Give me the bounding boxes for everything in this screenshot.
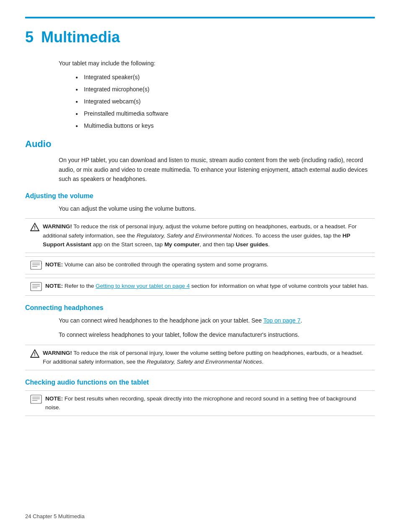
- warning-hp-italic: Regulatory, Safety and Environmental Not…: [147, 359, 262, 365]
- list-item: Integrated speaker(s): [75, 73, 375, 82]
- warning-triangle-icon: !: [30, 222, 39, 232]
- note-icon-2: [30, 282, 42, 292]
- list-item: Integrated webcam(s): [75, 97, 375, 106]
- warning-bold-2: My computer: [164, 241, 200, 248]
- footer-page-number: 24: [25, 513, 31, 519]
- svg-text:!: !: [34, 225, 36, 231]
- warning-text-2: . To access the user guides, tap the: [252, 232, 343, 239]
- connecting-headphones-title: Connecting headphones: [25, 304, 375, 312]
- note-text-2b: section for information on what type of …: [190, 283, 368, 289]
- warning-content-volume: WARNING! To reduce the risk of personal …: [43, 222, 370, 249]
- connecting-headphones-body1: You can connect wired headphones to the …: [59, 316, 375, 325]
- warning-text-3: app on the Start screen, tap: [91, 241, 164, 248]
- ch-text-1: You can connect wired headphones to the …: [59, 317, 263, 324]
- svg-text:✏: ✏: [41, 261, 42, 266]
- note-box-2: NOTE: Refer to the Getting to know your …: [25, 278, 375, 296]
- note-label-3: NOTE:: [45, 395, 63, 402]
- warning-text-5: .: [268, 241, 270, 248]
- warning-box-headphones: ! WARNING! To reduce the risk of persona…: [25, 345, 375, 370]
- svg-rect-2: [31, 261, 42, 269]
- note-box-3: NOTE: For best results when recording, s…: [25, 390, 375, 416]
- ch-link-1[interactable]: Top on page 7: [263, 317, 301, 324]
- note-content-1: NOTE: Volume can also be controlled thro…: [45, 260, 268, 269]
- chapter-title: 5Multimedia: [25, 28, 375, 46]
- chapter-number: 5: [25, 28, 34, 46]
- chapter-title-text: Multimedia: [41, 28, 120, 46]
- audio-section-title: Audio: [25, 139, 375, 150]
- note-content-2: NOTE: Refer to the Getting to know your …: [45, 281, 369, 291]
- note-text-2a: Refer to the: [65, 283, 96, 289]
- ch-text-2: .: [301, 317, 302, 324]
- intro-text: Your tablet may include the following:: [59, 59, 375, 68]
- connecting-headphones-body2: To connect wireless headphones to your t…: [59, 330, 375, 339]
- svg-text:!: !: [34, 351, 36, 357]
- note-link-1[interactable]: Getting to know your tablet on page 4: [96, 283, 190, 289]
- note-icon-1: ✏: [30, 261, 42, 271]
- note-text-1-body: Volume can also be controlled through th…: [65, 261, 268, 268]
- note-label-1: NOTE:: [45, 261, 63, 268]
- adjusting-volume-body: You can adjust the volume using the volu…: [59, 204, 375, 213]
- warning-triangle-icon-2: !: [30, 349, 39, 358]
- svg-rect-13: [31, 395, 42, 403]
- note-text-3-body: For best results when recording, speak d…: [45, 395, 356, 411]
- note-icon-3: [30, 395, 42, 405]
- warning-label-2: WARNING!: [43, 350, 72, 356]
- warning-hp-text-2: .: [262, 359, 264, 365]
- footer-chapter-ref: Chapter 5 Multimedia: [33, 513, 85, 519]
- note-content-3: NOTE: For best results when recording, s…: [45, 394, 370, 412]
- list-item: Multimedia buttons or keys: [75, 121, 375, 130]
- warning-box-volume: ! WARNING! To reduce the risk of persona…: [25, 218, 375, 253]
- checking-audio-title: Checking audio functions on the tablet: [25, 379, 375, 386]
- warning-text-4: , and then tap: [200, 241, 236, 248]
- page: 5Multimedia Your tablet may include the …: [0, 0, 400, 532]
- adjusting-volume-title: Adjusting the volume: [25, 192, 375, 200]
- page-footer: 24 Chapter 5 Multimedia: [25, 513, 85, 519]
- note-label-2: NOTE:: [45, 283, 63, 289]
- warning-label: WARNING!: [43, 223, 72, 230]
- warning-content-headphones: WARNING! To reduce the risk of personal …: [43, 349, 370, 367]
- audio-body-text: On your HP tablet, you can download and …: [59, 155, 375, 183]
- warning-italic-1: Regulatory, Safety and Environmental Not…: [137, 232, 252, 239]
- list-item: Integrated microphone(s): [75, 85, 375, 94]
- list-item: Preinstalled multimedia software: [75, 109, 375, 118]
- svg-rect-7: [31, 282, 42, 291]
- warning-bold-3: User guides: [236, 241, 268, 248]
- bullet-list: Integrated speaker(s) Integrated microph…: [75, 73, 375, 130]
- note-box-1: ✏ NOTE: Volume can also be controlled th…: [25, 256, 375, 274]
- top-border: [25, 17, 375, 18]
